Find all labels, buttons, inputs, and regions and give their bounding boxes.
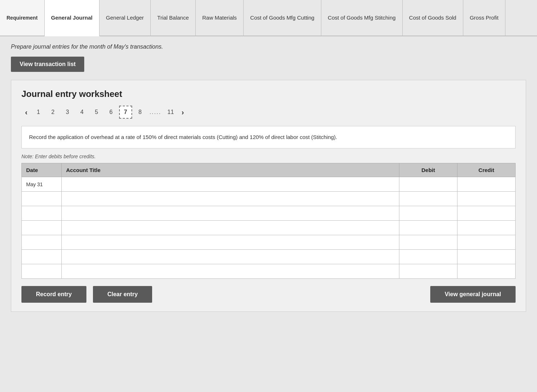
page-8[interactable]: 8: [134, 106, 147, 119]
next-page-button[interactable]: ›: [178, 106, 188, 119]
record-entry-button[interactable]: Record entry: [21, 286, 86, 303]
page-11[interactable]: 11: [164, 106, 177, 119]
table-row: [22, 206, 516, 221]
page-2[interactable]: 2: [46, 106, 60, 119]
tab-gross-profit[interactable]: Gross Profit: [463, 0, 505, 36]
view-general-journal-button[interactable]: View general journal: [430, 286, 516, 303]
debit-input-3[interactable]: [399, 221, 457, 235]
col-header-account: Account Title: [62, 163, 399, 177]
tab-requirement[interactable]: Requirement: [0, 0, 45, 36]
page-7[interactable]: 7: [119, 106, 132, 119]
buttons-row: Record entry Clear entry View general jo…: [21, 286, 516, 303]
account-cell-0[interactable]: [62, 177, 399, 192]
table-row: [22, 235, 516, 250]
credit-input-0[interactable]: [457, 177, 515, 191]
account-cell-6[interactable]: [62, 264, 399, 279]
page-4[interactable]: 4: [76, 106, 89, 119]
credit-cell-6[interactable]: [457, 264, 516, 279]
debit-input-6[interactable]: [399, 264, 457, 278]
pagination: ‹ 1 2 3 4 5 6 7 8 ..... 11 ›: [21, 106, 516, 119]
tabs-container: RequirementGeneral JournalGeneral Ledger…: [0, 0, 537, 36]
credit-input-4[interactable]: [457, 235, 515, 249]
description-box: Record the application of overhead at a …: [21, 126, 516, 148]
instruction-text: Prepare journal entries for the month of…: [11, 44, 526, 50]
table-row: [22, 192, 516, 206]
account-input-4[interactable]: [62, 235, 399, 249]
prev-page-button[interactable]: ‹: [21, 106, 31, 119]
tab-trial-balance[interactable]: Trial Balance: [151, 0, 196, 36]
credit-cell-1[interactable]: [457, 192, 516, 206]
debit-input-2[interactable]: [399, 206, 457, 220]
journal-table: Date Account Title Debit Credit May 31: [21, 163, 516, 279]
account-input-0[interactable]: [62, 177, 399, 191]
credit-cell-5[interactable]: [457, 250, 516, 264]
worksheet-container: Journal entry worksheet ‹ 1 2 3 4 5 6 7 …: [11, 80, 526, 312]
page-1[interactable]: 1: [32, 106, 45, 119]
tab-general-ledger[interactable]: General Ledger: [99, 0, 151, 36]
debit-input-0[interactable]: [399, 177, 457, 191]
account-cell-1[interactable]: [62, 192, 399, 206]
date-cell-2: [22, 206, 62, 221]
table-row: [22, 221, 516, 235]
debit-input-5[interactable]: [399, 250, 457, 264]
col-header-date: Date: [22, 163, 62, 177]
credit-cell-3[interactable]: [457, 221, 516, 235]
main-content: Prepare journal entries for the month of…: [0, 36, 537, 392]
account-cell-4[interactable]: [62, 235, 399, 250]
debit-cell-5[interactable]: [399, 250, 457, 264]
table-row: May 31: [22, 177, 516, 192]
date-cell-4: [22, 235, 62, 250]
date-cell-0: May 31: [22, 177, 62, 192]
debit-input-1[interactable]: [399, 192, 457, 206]
tab-cogs-mfg-cutting[interactable]: Cost of Goods Mfg Cutting: [244, 0, 321, 36]
credit-cell-4[interactable]: [457, 235, 516, 250]
tab-general-journal[interactable]: General Journal: [45, 0, 99, 36]
col-header-credit: Credit: [457, 163, 516, 177]
debit-cell-3[interactable]: [399, 221, 457, 235]
date-cell-1: [22, 192, 62, 206]
tab-cogs-mfg-stitching[interactable]: Cost of Goods Mfg Stitching: [321, 0, 403, 36]
account-cell-5[interactable]: [62, 250, 399, 264]
view-transaction-button[interactable]: View transaction list: [11, 57, 84, 72]
credit-input-1[interactable]: [457, 192, 515, 206]
account-input-3[interactable]: [62, 221, 399, 235]
date-cell-3: [22, 221, 62, 235]
page-dots: .....: [147, 109, 163, 115]
tab-raw-materials[interactable]: Raw Materials: [196, 0, 244, 36]
credit-cell-2[interactable]: [457, 206, 516, 221]
col-header-debit: Debit: [399, 163, 457, 177]
table-row: [22, 264, 516, 279]
credit-input-5[interactable]: [457, 250, 515, 264]
credit-input-6[interactable]: [457, 264, 515, 278]
account-input-2[interactable]: [62, 206, 399, 220]
credit-cell-0[interactable]: [457, 177, 516, 192]
debit-cell-6[interactable]: [399, 264, 457, 279]
account-input-1[interactable]: [62, 192, 399, 206]
debit-cell-1[interactable]: [399, 192, 457, 206]
debit-input-4[interactable]: [399, 235, 457, 249]
account-input-5[interactable]: [62, 250, 399, 264]
credit-input-2[interactable]: [457, 206, 515, 220]
table-row: [22, 250, 516, 264]
page-6[interactable]: 6: [105, 106, 118, 119]
date-cell-5: [22, 250, 62, 264]
page-3[interactable]: 3: [61, 106, 74, 119]
description-text: Record the application of overhead at a …: [29, 134, 337, 140]
clear-entry-button[interactable]: Clear entry: [93, 286, 152, 303]
credit-input-3[interactable]: [457, 221, 515, 235]
debit-cell-4[interactable]: [399, 235, 457, 250]
tab-cogs-sold[interactable]: Cost of Goods Sold: [403, 0, 463, 36]
debit-cell-2[interactable]: [399, 206, 457, 221]
note-text: Note: Enter debits before credits.: [21, 154, 516, 159]
debit-cell-0[interactable]: [399, 177, 457, 192]
account-input-6[interactable]: [62, 264, 399, 278]
account-cell-3[interactable]: [62, 221, 399, 235]
account-cell-2[interactable]: [62, 206, 399, 221]
worksheet-title: Journal entry worksheet: [21, 89, 516, 99]
page-5[interactable]: 5: [90, 106, 103, 119]
date-cell-6: [22, 264, 62, 279]
